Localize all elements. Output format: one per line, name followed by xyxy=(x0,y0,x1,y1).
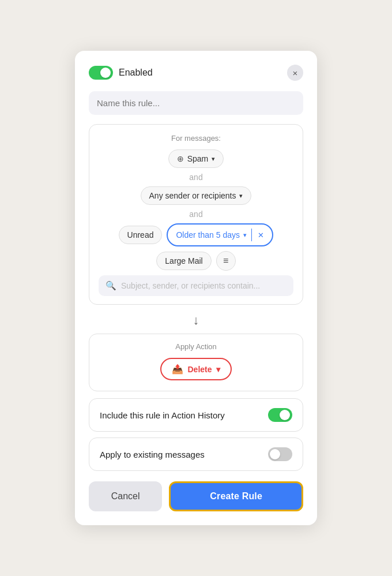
older-than-label: Older than 5 days xyxy=(176,230,240,240)
pill-divider xyxy=(251,229,252,241)
apply-action-label: Apply Action xyxy=(99,342,293,351)
spam-chevron-icon: ▾ xyxy=(212,155,215,163)
delete-icon: 📤 xyxy=(172,364,183,375)
footer-row: Cancel Create Rule xyxy=(89,481,303,511)
spam-label: Spam xyxy=(187,154,209,163)
delete-pill[interactable]: 📤 Delete ▾ xyxy=(160,358,231,380)
for-messages-label: For messages: xyxy=(99,134,293,143)
sender-pill-row: Any sender or recipients ▾ xyxy=(99,186,293,205)
close-button[interactable]: × xyxy=(287,65,303,81)
search-placeholder: Subject, sender, or recipients contain..… xyxy=(121,281,260,290)
rule-name-input[interactable] xyxy=(89,91,303,115)
any-sender-label: Any sender or recipients xyxy=(149,191,236,200)
spam-pill[interactable]: ⊕ Spam ▾ xyxy=(168,149,224,168)
spam-icon: ⊕ xyxy=(177,154,184,163)
filter-lines-icon: ≡ xyxy=(223,256,228,266)
and-divider-1: and xyxy=(99,173,293,182)
spam-pill-row: ⊕ Spam ▾ xyxy=(99,149,293,168)
any-sender-pill[interactable]: Any sender or recipients ▾ xyxy=(141,186,252,205)
apply-existing-toggle[interactable] xyxy=(268,447,292,461)
search-row[interactable]: 🔍 Subject, sender, or recipients contain… xyxy=(99,275,293,296)
include-history-label: Include this rule in Action History xyxy=(100,410,225,420)
create-rule-button[interactable]: Create Rule xyxy=(169,481,303,511)
cancel-button[interactable]: Cancel xyxy=(89,481,162,511)
dialog-header: Enabled × xyxy=(89,65,303,81)
rule-dialog: Enabled × For messages: ⊕ Spam ▾ and Any… xyxy=(75,51,317,525)
sender-chevron-icon: ▾ xyxy=(239,192,243,200)
apply-existing-row: Apply to existing messages xyxy=(89,437,303,471)
older-than-chevron-icon: ▾ xyxy=(243,231,247,239)
include-history-knob xyxy=(280,410,290,420)
delete-pill-row: 📤 Delete ▾ xyxy=(99,358,293,380)
older-than-pill[interactable]: Older than 5 days ▾ ✕ xyxy=(167,223,273,246)
arrow-down-icon: ↓ xyxy=(193,313,199,328)
filter-options-icon[interactable]: ≡ xyxy=(216,251,236,271)
apply-action-box: Apply Action 📤 Delete ▾ xyxy=(89,334,303,391)
include-history-row: Include this rule in Action History xyxy=(89,398,303,432)
for-messages-box: For messages: ⊕ Spam ▾ and Any sender or… xyxy=(89,124,303,305)
enabled-toggle[interactable] xyxy=(89,66,113,80)
and-divider-2: and xyxy=(99,210,293,219)
search-icon: 🔍 xyxy=(105,280,116,291)
older-than-remove-icon[interactable]: ✕ xyxy=(258,231,264,240)
enabled-toggle-row: Enabled xyxy=(89,66,153,80)
arrow-row: ↓ xyxy=(89,313,303,328)
large-mail-label: Large Mail xyxy=(165,256,202,265)
enabled-label: Enabled xyxy=(119,68,153,78)
include-history-toggle[interactable] xyxy=(268,408,292,422)
delete-chevron-icon: ▾ xyxy=(216,365,220,374)
unread-label: Unread xyxy=(127,230,154,240)
large-mail-pill[interactable]: Large Mail xyxy=(156,252,211,270)
toggle-knob xyxy=(100,68,111,78)
apply-existing-knob xyxy=(270,449,280,459)
filter-row-2: Large Mail ≡ xyxy=(99,251,293,271)
filter-row: Unread Older than 5 days ▾ ✕ xyxy=(99,223,293,246)
apply-existing-label: Apply to existing messages xyxy=(100,450,205,459)
delete-label: Delete xyxy=(187,365,212,374)
unread-pill[interactable]: Unread xyxy=(119,226,163,244)
